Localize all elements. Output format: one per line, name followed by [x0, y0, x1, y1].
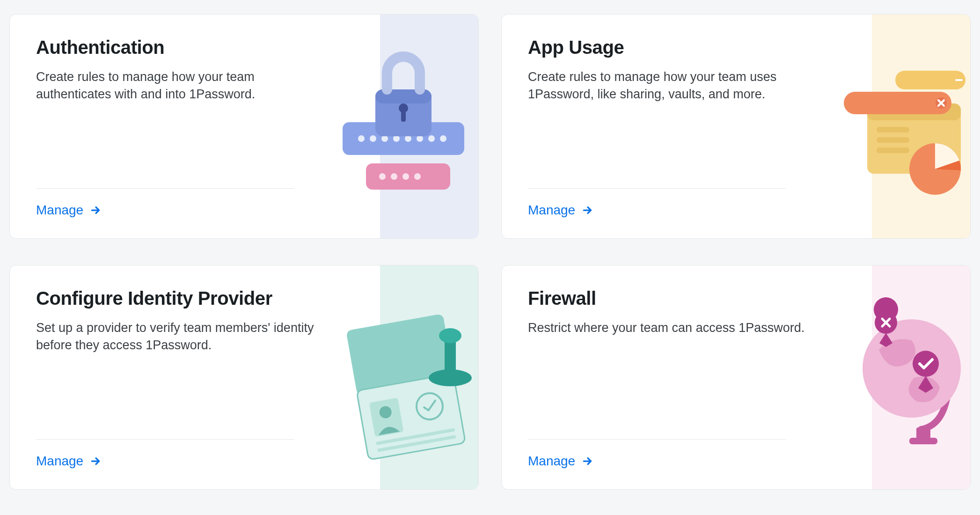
divider	[36, 439, 294, 440]
card-app-usage: App Usage Create rules to manage how you…	[501, 14, 971, 239]
manage-label: Manage	[528, 203, 575, 218]
manage-button[interactable]: Manage	[36, 203, 102, 218]
arrow-right-icon	[90, 455, 102, 467]
card-title: Configure Identity Provider	[36, 288, 452, 309]
divider	[528, 188, 786, 189]
card-firewall: Firewall Restrict where your team can ac…	[501, 265, 971, 490]
arrow-right-icon	[582, 455, 594, 467]
card-description: Create rules to manage how your team aut…	[36, 68, 326, 103]
manage-button[interactable]: Manage	[528, 454, 594, 469]
divider	[528, 439, 786, 440]
card-description: Restrict where your team can access 1Pas…	[528, 319, 818, 337]
card-identity-provider: Configure Identity Provider Set up a pro…	[9, 265, 479, 490]
manage-label: Manage	[36, 454, 83, 469]
policy-cards-grid: Authentication Create rules to manage ho…	[9, 14, 971, 490]
arrow-right-icon	[90, 204, 102, 216]
divider	[36, 188, 294, 189]
manage-button[interactable]: Manage	[528, 203, 594, 218]
card-title: App Usage	[528, 37, 944, 58]
card-description: Set up a provider to verify team members…	[36, 319, 326, 354]
arrow-right-icon	[582, 204, 594, 216]
card-authentication: Authentication Create rules to manage ho…	[9, 14, 479, 239]
manage-button[interactable]: Manage	[36, 454, 102, 469]
card-description: Create rules to manage how your team use…	[528, 68, 818, 103]
card-title: Firewall	[528, 288, 944, 309]
manage-label: Manage	[36, 203, 83, 218]
card-title: Authentication	[36, 37, 452, 58]
manage-label: Manage	[528, 454, 575, 469]
